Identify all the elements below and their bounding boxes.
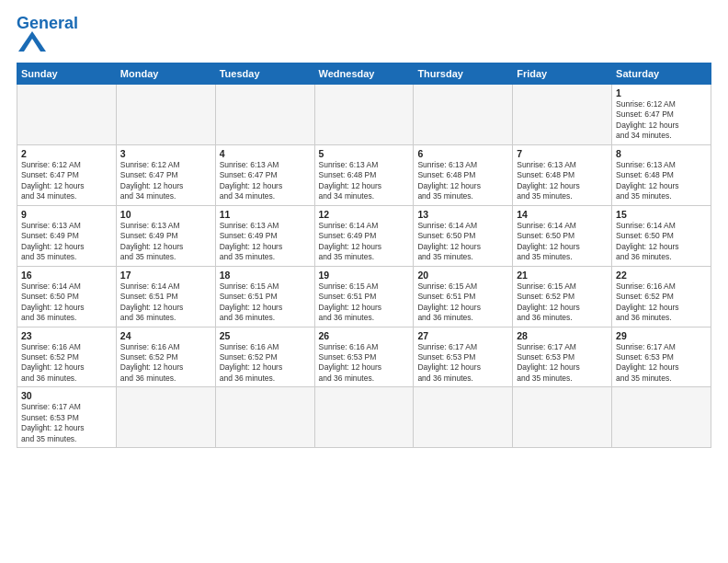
calendar-week-row: 23Sunrise: 6:16 AMSunset: 6:52 PMDayligh… — [17, 327, 711, 387]
day-info: Sunrise: 6:13 AMSunset: 6:48 PMDaylight:… — [417, 160, 508, 202]
calendar-cell: 20Sunrise: 6:15 AMSunset: 6:51 PMDayligh… — [414, 266, 513, 327]
calendar-cell: 7Sunrise: 6:13 AMSunset: 6:48 PMDaylight… — [513, 144, 612, 205]
day-number: 16 — [21, 270, 112, 281]
weekday-header-tuesday: Tuesday — [215, 63, 314, 85]
day-info: Sunrise: 6:17 AMSunset: 6:53 PMDaylight:… — [517, 342, 608, 385]
day-number: 24 — [120, 330, 211, 341]
day-info: Sunrise: 6:17 AMSunset: 6:53 PMDaylight:… — [417, 342, 508, 385]
logo-icon — [18, 31, 46, 52]
calendar-cell: 3Sunrise: 6:12 AMSunset: 6:47 PMDaylight… — [116, 144, 215, 205]
calendar-week-row: 30Sunrise: 6:17 AMSunset: 6:53 PMDayligh… — [17, 387, 711, 448]
day-info: Sunrise: 6:17 AMSunset: 6:53 PMDaylight:… — [21, 402, 112, 444]
day-info: Sunrise: 6:16 AMSunset: 6:53 PMDaylight:… — [319, 342, 410, 385]
day-info: Sunrise: 6:15 AMSunset: 6:51 PMDaylight:… — [220, 282, 311, 324]
day-info: Sunrise: 6:17 AMSunset: 6:53 PMDaylight:… — [616, 342, 707, 385]
weekday-header-sunday: Sunday — [17, 63, 117, 85]
calendar-cell: 17Sunrise: 6:14 AMSunset: 6:51 PMDayligh… — [116, 266, 215, 327]
day-number: 12 — [319, 209, 410, 220]
day-number: 14 — [517, 209, 608, 220]
day-info: Sunrise: 6:12 AMSunset: 6:47 PMDaylight:… — [120, 160, 211, 202]
calendar-cell — [17, 85, 117, 145]
day-info: Sunrise: 6:16 AMSunset: 6:52 PMDaylight:… — [120, 342, 211, 385]
calendar-cell — [612, 387, 711, 448]
calendar-cell: 6Sunrise: 6:13 AMSunset: 6:48 PMDaylight… — [414, 144, 513, 205]
calendar-cell: 10Sunrise: 6:13 AMSunset: 6:49 PMDayligh… — [116, 205, 215, 266]
day-number: 23 — [21, 330, 112, 341]
calendar-cell: 5Sunrise: 6:13 AMSunset: 6:48 PMDaylight… — [314, 144, 414, 205]
day-number: 5 — [319, 148, 410, 159]
day-number: 22 — [616, 270, 707, 281]
calendar-table: SundayMondayTuesdayWednesdayThursdayFrid… — [17, 63, 711, 448]
logo-general: General — [17, 14, 78, 32]
day-info: Sunrise: 6:13 AMSunset: 6:48 PMDaylight:… — [616, 160, 707, 202]
calendar-cell — [513, 85, 612, 145]
day-info: Sunrise: 6:14 AMSunset: 6:49 PMDaylight:… — [319, 221, 410, 263]
calendar-cell: 22Sunrise: 6:16 AMSunset: 6:52 PMDayligh… — [612, 266, 711, 327]
calendar-cell — [116, 85, 215, 145]
day-info: Sunrise: 6:13 AMSunset: 6:47 PMDaylight:… — [220, 160, 311, 202]
day-number: 25 — [220, 330, 311, 341]
day-info: Sunrise: 6:13 AMSunset: 6:49 PMDaylight:… — [120, 221, 211, 263]
calendar-cell: 4Sunrise: 6:13 AMSunset: 6:47 PMDaylight… — [215, 144, 314, 205]
day-info: Sunrise: 6:13 AMSunset: 6:49 PMDaylight:… — [220, 221, 311, 263]
day-info: Sunrise: 6:14 AMSunset: 6:50 PMDaylight:… — [616, 221, 707, 263]
day-info: Sunrise: 6:14 AMSunset: 6:51 PMDaylight:… — [120, 282, 211, 324]
day-info: Sunrise: 6:15 AMSunset: 6:51 PMDaylight:… — [319, 282, 410, 324]
day-info: Sunrise: 6:15 AMSunset: 6:51 PMDaylight:… — [417, 282, 508, 324]
day-number: 10 — [120, 209, 211, 220]
day-number: 4 — [220, 148, 311, 159]
calendar-cell — [116, 387, 215, 448]
day-number: 8 — [616, 148, 707, 159]
calendar-cell — [414, 387, 513, 448]
calendar-cell: 8Sunrise: 6:13 AMSunset: 6:48 PMDaylight… — [612, 144, 711, 205]
day-info: Sunrise: 6:16 AMSunset: 6:52 PMDaylight:… — [616, 282, 707, 324]
day-number: 27 — [417, 330, 508, 341]
logo-text: General — [17, 15, 78, 31]
day-info: Sunrise: 6:13 AMSunset: 6:49 PMDaylight:… — [21, 221, 112, 263]
weekday-header-monday: Monday — [116, 63, 215, 85]
day-info: Sunrise: 6:15 AMSunset: 6:52 PMDaylight:… — [517, 282, 608, 324]
day-info: Sunrise: 6:12 AMSunset: 6:47 PMDaylight:… — [21, 160, 112, 202]
day-info: Sunrise: 6:13 AMSunset: 6:48 PMDaylight:… — [319, 160, 410, 202]
calendar-cell: 30Sunrise: 6:17 AMSunset: 6:53 PMDayligh… — [17, 387, 117, 448]
day-number: 7 — [517, 148, 608, 159]
day-number: 18 — [220, 270, 311, 281]
day-info: Sunrise: 6:13 AMSunset: 6:48 PMDaylight:… — [517, 160, 608, 202]
day-number: 15 — [616, 209, 707, 220]
calendar-cell: 14Sunrise: 6:14 AMSunset: 6:50 PMDayligh… — [513, 205, 612, 266]
day-number: 28 — [517, 330, 608, 341]
day-number: 3 — [120, 148, 211, 159]
calendar-cell: 9Sunrise: 6:13 AMSunset: 6:49 PMDaylight… — [17, 205, 117, 266]
day-number: 21 — [517, 270, 608, 281]
calendar-cell: 11Sunrise: 6:13 AMSunset: 6:49 PMDayligh… — [215, 205, 314, 266]
calendar-cell: 2Sunrise: 6:12 AMSunset: 6:47 PMDaylight… — [17, 144, 117, 205]
calendar-cell: 1Sunrise: 6:12 AMSunset: 6:47 PMDaylight… — [612, 85, 711, 145]
calendar-cell — [513, 387, 612, 448]
calendar-cell: 23Sunrise: 6:16 AMSunset: 6:52 PMDayligh… — [17, 327, 117, 387]
day-number: 9 — [21, 209, 112, 220]
calendar-cell — [314, 85, 414, 145]
page: General SundayMondayTuesdayWednesdayThur… — [0, 0, 728, 563]
weekday-header-saturday: Saturday — [612, 63, 711, 85]
calendar-cell — [314, 387, 414, 448]
day-info: Sunrise: 6:14 AMSunset: 6:50 PMDaylight:… — [21, 282, 112, 324]
calendar-cell: 21Sunrise: 6:15 AMSunset: 6:52 PMDayligh… — [513, 266, 612, 327]
calendar-cell: 16Sunrise: 6:14 AMSunset: 6:50 PMDayligh… — [17, 266, 117, 327]
calendar-cell — [215, 387, 314, 448]
day-number: 13 — [417, 209, 508, 220]
weekday-header-friday: Friday — [513, 63, 612, 85]
day-number: 17 — [120, 270, 211, 281]
calendar-cell: 13Sunrise: 6:14 AMSunset: 6:50 PMDayligh… — [414, 205, 513, 266]
header: General — [17, 15, 711, 55]
day-number: 29 — [616, 330, 707, 341]
calendar-cell: 28Sunrise: 6:17 AMSunset: 6:53 PMDayligh… — [513, 327, 612, 387]
day-info: Sunrise: 6:14 AMSunset: 6:50 PMDaylight:… — [417, 221, 508, 263]
logo: General — [17, 15, 78, 55]
calendar-cell: 25Sunrise: 6:16 AMSunset: 6:52 PMDayligh… — [215, 327, 314, 387]
calendar-cell: 29Sunrise: 6:17 AMSunset: 6:53 PMDayligh… — [612, 327, 711, 387]
calendar-cell: 12Sunrise: 6:14 AMSunset: 6:49 PMDayligh… — [314, 205, 414, 266]
calendar-cell — [215, 85, 314, 145]
calendar-cell: 26Sunrise: 6:16 AMSunset: 6:53 PMDayligh… — [314, 327, 414, 387]
day-info: Sunrise: 6:14 AMSunset: 6:50 PMDaylight:… — [517, 221, 608, 263]
calendar-week-row: 9Sunrise: 6:13 AMSunset: 6:49 PMDaylight… — [17, 205, 711, 266]
